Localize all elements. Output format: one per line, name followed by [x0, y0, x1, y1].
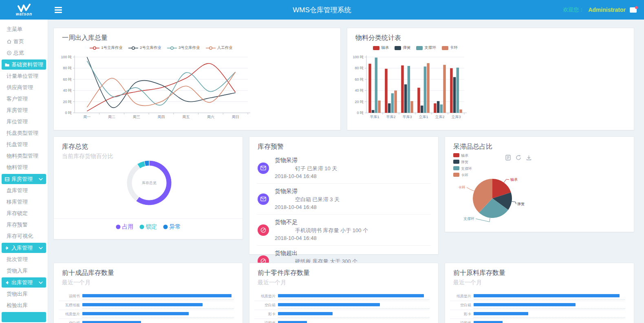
- legend-item-弹簧[interactable]: 弹簧: [453, 160, 468, 164]
- svg-text:弹簧: 弹簧: [517, 202, 525, 206]
- sidebar-item-库存可视化[interactable]: 库存可视化: [0, 231, 48, 242]
- logo-text: watson: [16, 12, 32, 16]
- hbar[interactable]: [82, 303, 203, 306]
- sidebar-item-移库管理[interactable]: 移库管理: [0, 196, 48, 208]
- sidebar-item-托盘管理[interactable]: 托盘管理: [0, 139, 48, 150]
- sidebar-item-基础资料管理[interactable]: 基础资料管理: [2, 59, 46, 70]
- hbar-row: 彩卡: [254, 310, 429, 319]
- legend-item-卡环[interactable]: 卡环: [442, 45, 458, 51]
- app-title: WMS仓库管理系统: [0, 5, 644, 15]
- hbar[interactable]: [278, 294, 424, 297]
- sidebar-item-客户管理[interactable]: 客户管理: [0, 93, 48, 105]
- hbar[interactable]: [474, 321, 503, 323]
- chevron-down-icon: [38, 245, 44, 251]
- app-header: watson WMS仓库管理系统 欢迎您： Administrator: [0, 0, 644, 20]
- hbar[interactable]: [278, 312, 333, 315]
- hbar[interactable]: [82, 294, 232, 297]
- card-subtitle: 最近一个月: [445, 277, 634, 286]
- warning-list-item[interactable]: 货物呆滞 空白箱 已呆滞 3 天 2018-10-04 16:48: [257, 184, 431, 215]
- hbar-row: 说明书: [450, 319, 625, 323]
- sidebar-item-托盘类型管理[interactable]: 托盘类型管理: [0, 127, 48, 139]
- rect-marker-icon: [442, 46, 448, 50]
- sidebar-item-label: 货物出库: [7, 288, 28, 300]
- card-top10-parts: 前十零件库存数量 最近一个月 纸质垫片 空白箱 彩卡 说明书: [249, 263, 439, 323]
- sidebar-item-label: 库位管理: [7, 116, 28, 127]
- svg-text:支撑环: 支撑环: [463, 217, 474, 221]
- dot-marker-icon: [163, 224, 168, 229]
- sidebar-item-计量单位管理[interactable]: 计量单位管理: [0, 70, 48, 82]
- legend-item-3号立库作业[interactable]: 3号立库作业: [167, 45, 200, 51]
- sidebar-item-label: 库存锁定: [7, 208, 28, 219]
- sidebar-item-供应商管理[interactable]: 供应商管理: [0, 82, 48, 93]
- sidebar-item-货物出库[interactable]: 货物出库: [0, 288, 48, 300]
- current-user[interactable]: Administrator: [588, 7, 626, 13]
- svg-text:0 吨: 0 吨: [65, 111, 72, 115]
- legend-item-1号立库作业[interactable]: 1号立库作业: [90, 45, 123, 51]
- hamburger-menu-icon[interactable]: [55, 6, 62, 14]
- legend-item-异常[interactable]: 异常: [163, 223, 181, 231]
- card-inventory-warning: 库存预警 货物呆滞 钉子 已呆滞 10 天 2018-10-04 16:48 货…: [249, 136, 439, 255]
- legend-item-2号立库作业[interactable]: 2号立库作业: [128, 45, 161, 51]
- sidebar-item-出库管理[interactable]: 出库管理: [2, 277, 46, 288]
- sidebar-item-首页[interactable]: 首页: [0, 36, 48, 47]
- hbar-label: 彩卡: [254, 312, 276, 317]
- sidebar-item-总览[interactable]: 总览: [0, 47, 48, 59]
- warning-list-item[interactable]: 货物不足 手机说明书 库存量 小于 100 个 2018-10-04 16:48: [257, 215, 431, 246]
- warning-list-item[interactable]: 货物呆滞 钉子 已呆滞 10 天 2018-10-04 16:48: [257, 153, 431, 184]
- stagnant-pie-chart[interactable]: 轴承弹簧支撑环卡环轴承弹簧支撑环卡环: [445, 137, 635, 233]
- hbar[interactable]: [474, 294, 620, 297]
- sidebar-item-盘库管理[interactable]: 盘库管理: [0, 185, 48, 196]
- sidebar-item-库房管理[interactable]: 库房管理: [0, 105, 48, 116]
- sidebar-item-库存锁定[interactable]: 库存锁定: [0, 208, 48, 219]
- weekly-line-chart[interactable]: 0 吨20 吨40 吨60 吨80 吨100 吨周一周二周三周四周五周六周日: [54, 53, 341, 126]
- legend-item-锁定[interactable]: 锁定: [139, 223, 157, 231]
- sidebar-item-库房管理[interactable]: 库房管理: [2, 174, 46, 184]
- hbar[interactable]: [278, 303, 380, 306]
- legend-item-弹簧[interactable]: 弹簧: [395, 45, 410, 51]
- material-bar-chart[interactable]: 0 吨20 吨40 吨60 吨80 吨100 吨平库1平库2平库3立库1立库2立…: [347, 53, 635, 126]
- home-icon: [7, 39, 12, 44]
- sidebar-item-label: 批次管理: [7, 254, 28, 265]
- hbar-gridline: [278, 299, 429, 300]
- folder-icon: [4, 62, 10, 68]
- sidebar-item-批次管理[interactable]: 批次管理: [0, 254, 48, 265]
- inventory-donut-chart[interactable]: 库存总览: [54, 146, 243, 219]
- sidebar-item-label: 基础资料管理: [11, 59, 43, 70]
- svg-text:轴承: 轴承: [461, 154, 468, 158]
- watson-logo[interactable]: watson: [0, 4, 48, 16]
- warning-desc: 空白箱 已呆滞 3 天: [275, 196, 431, 203]
- chevron-down-icon: [38, 280, 44, 286]
- legend-item-支撑环[interactable]: 支撑环: [416, 45, 436, 51]
- sidebar-item-入库管理[interactable]: 入库管理: [2, 243, 46, 253]
- svg-text:弹簧: 弹簧: [461, 160, 468, 164]
- hbar[interactable]: [474, 303, 576, 306]
- sidebar-item-label: 托盘管理: [7, 139, 28, 150]
- warning-time: 2018-10-04 16:48: [275, 204, 431, 210]
- message-icon[interactable]: [630, 7, 637, 13]
- legend-item-人工作业[interactable]: 人工作业: [206, 45, 233, 51]
- sidebar-item-label: 入库管理: [11, 243, 33, 253]
- hbar-label: 纸质垫片: [450, 294, 471, 299]
- legend-item-轴承[interactable]: 轴承: [453, 153, 468, 158]
- legend-item-占用[interactable]: 占用: [116, 223, 134, 231]
- legend-item-支撑环[interactable]: 支撑环: [453, 166, 472, 171]
- sidebar-item-物料类型管理[interactable]: 物料类型管理: [0, 150, 48, 162]
- sidebar-item-库存预警[interactable]: 库存预警: [0, 219, 48, 231]
- line-marker-icon: [128, 46, 138, 50]
- sidebar-item-检验出库[interactable]: 检验出库: [0, 300, 48, 311]
- hbar[interactable]: [82, 312, 189, 315]
- chevron-down-icon: [38, 176, 44, 182]
- sidebar-item-物料管理[interactable]: 物料管理: [0, 162, 48, 173]
- sidebar-item-货物入库[interactable]: 货物入库: [0, 265, 48, 277]
- legend-item-卡环[interactable]: 卡环: [453, 173, 468, 177]
- sidebar-item-库位管理[interactable]: 库位管理: [0, 116, 48, 127]
- hbar[interactable]: [278, 321, 307, 323]
- hbar-label: 空白箱: [450, 303, 471, 308]
- sidebar-item-partial[interactable]: [2, 312, 46, 322]
- hbar[interactable]: [82, 321, 141, 323]
- legend-item-轴承[interactable]: 轴承: [373, 45, 389, 51]
- svg-text:周二: 周二: [108, 115, 115, 119]
- hbar[interactable]: [474, 312, 528, 315]
- hbar-row: 空白箱: [254, 301, 429, 310]
- card-title: 前十零件库存数量: [249, 263, 438, 277]
